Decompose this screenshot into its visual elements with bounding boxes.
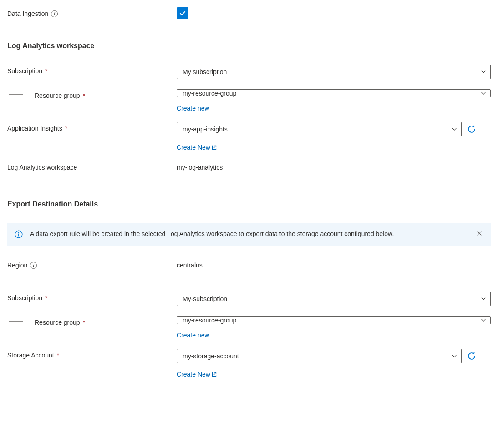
external-link-icon bbox=[211, 372, 217, 378]
export-subscription-value: My-subscription bbox=[183, 295, 227, 302]
resource-group-select[interactable]: my-resource-group bbox=[177, 89, 491, 97]
storage-account-value: my-storage-account bbox=[183, 352, 239, 360]
info-icon[interactable]: i bbox=[30, 262, 37, 269]
storage-account-label: Storage Account bbox=[7, 352, 54, 359]
chevron-down-icon bbox=[451, 353, 457, 359]
refresh-icon bbox=[467, 352, 476, 361]
log-analytics-workspace-label: Log Analytics workspace bbox=[7, 164, 77, 171]
data-ingestion-label: Data Ingestion bbox=[7, 10, 48, 17]
resource-group-value: my-resource-group bbox=[183, 90, 236, 97]
subscription-select[interactable]: My subscription bbox=[177, 65, 491, 79]
chevron-down-icon bbox=[480, 69, 487, 75]
info-banner-text: A data export rule will be created in th… bbox=[30, 229, 468, 238]
close-banner-button[interactable] bbox=[475, 229, 483, 239]
close-icon bbox=[476, 230, 483, 237]
svg-point-1 bbox=[18, 232, 19, 233]
log-analytics-workspace-value: my-log-analytics bbox=[177, 161, 223, 171]
required-indicator: * bbox=[65, 125, 67, 132]
create-new-app-insights-link[interactable]: Create New bbox=[177, 144, 217, 151]
app-insights-value: my-app-insights bbox=[183, 126, 228, 133]
chevron-down-icon bbox=[480, 296, 487, 302]
subscription-label: Subscription bbox=[7, 67, 42, 75]
required-indicator: * bbox=[45, 67, 47, 75]
create-new-rg-link[interactable]: Create new bbox=[177, 105, 209, 112]
chevron-down-icon bbox=[480, 90, 487, 96]
subscription-value: My subscription bbox=[183, 68, 227, 76]
app-insights-select[interactable]: my-app-insights bbox=[177, 122, 462, 136]
section-export-dest: Export Destination Details bbox=[7, 200, 491, 208]
export-resource-group-value: my-resource-group bbox=[183, 317, 236, 324]
app-insights-label: Application Insights bbox=[7, 125, 62, 132]
required-indicator: * bbox=[83, 92, 85, 99]
required-indicator: * bbox=[83, 319, 85, 326]
refresh-button[interactable] bbox=[466, 351, 477, 362]
refresh-icon bbox=[467, 125, 476, 134]
export-resource-group-select[interactable]: my-resource-group bbox=[177, 316, 491, 324]
info-icon bbox=[15, 230, 23, 240]
export-subscription-label: Subscription bbox=[7, 294, 42, 302]
data-ingestion-checkbox[interactable] bbox=[177, 7, 188, 19]
info-icon[interactable]: i bbox=[51, 10, 58, 17]
info-banner: A data export rule will be created in th… bbox=[7, 223, 491, 246]
region-label: Region bbox=[7, 262, 27, 269]
required-indicator: * bbox=[57, 352, 59, 359]
chevron-down-icon bbox=[451, 126, 457, 132]
export-create-new-rg-link[interactable]: Create new bbox=[177, 332, 209, 339]
create-new-storage-link[interactable]: Create New bbox=[177, 371, 217, 378]
section-log-analytics: Log Analytics workspace bbox=[7, 42, 491, 50]
external-link-icon bbox=[211, 145, 217, 151]
required-indicator: * bbox=[45, 294, 47, 302]
region-value: centralus bbox=[177, 259, 203, 269]
svg-rect-2 bbox=[18, 234, 19, 237]
export-resource-group-label: Resource group bbox=[35, 319, 80, 326]
export-subscription-select[interactable]: My-subscription bbox=[177, 292, 491, 306]
chevron-down-icon bbox=[480, 317, 487, 323]
refresh-button[interactable] bbox=[466, 124, 477, 135]
resource-group-label: Resource group bbox=[35, 92, 80, 99]
checkmark-icon bbox=[178, 9, 187, 17]
storage-account-select[interactable]: my-storage-account bbox=[177, 349, 462, 363]
